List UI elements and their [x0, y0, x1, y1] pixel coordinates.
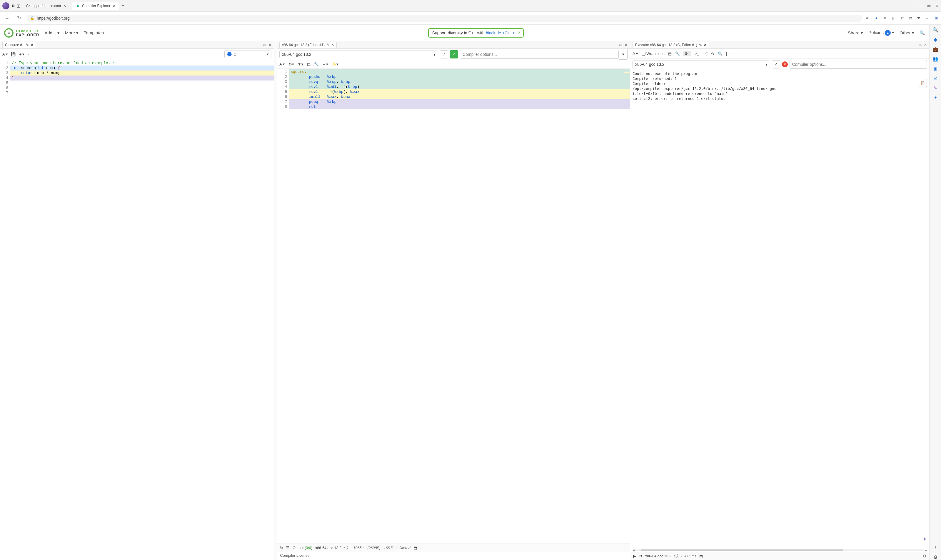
split-icon[interactable]: ◫ — [892, 16, 895, 20]
favorites-bar-icon[interactable]: ✩ — [901, 16, 904, 20]
settings-icon[interactable]: ⚙ — [923, 554, 926, 558]
pencil-icon[interactable]: ✎ — [26, 43, 29, 47]
play-icon[interactable]: ▶ — [633, 554, 636, 558]
refresh-icon[interactable]: ↻ — [639, 554, 642, 558]
chart-icon[interactable]: ⬒ — [413, 546, 417, 550]
sidebar-app-4[interactable]: ✎ — [933, 85, 937, 91]
refresh-icon[interactable]: ↻ — [280, 546, 283, 550]
compiler-options-input[interactable] — [460, 50, 619, 59]
more-icon[interactable]: ⋯ — [926, 16, 930, 20]
executor-tab[interactable]: Executor x86-64 gcc 13.2 (C, Editor #1) … — [632, 42, 709, 48]
tab-actions-icon[interactable]: ◫ — [17, 3, 20, 8]
add-sidebar-icon[interactable]: ＋ — [933, 544, 938, 550]
executor-output[interactable]: 📋 Could not execute the programCompiler … — [630, 70, 929, 549]
output-label[interactable]: Output (0/0) — [293, 546, 312, 550]
window-maximize[interactable]: ▭ — [927, 3, 931, 8]
add-button[interactable]: ＋▾ — [19, 52, 25, 57]
wrap-lines-toggle[interactable]: Wrap lines — [642, 51, 665, 56]
font-button[interactable]: A ▾ — [279, 62, 285, 66]
extensions-icon[interactable]: ✴ — [883, 16, 887, 20]
pencil-icon[interactable]: ✎ — [699, 43, 702, 47]
source-tab[interactable]: C source #1 ✎ ✕ — [2, 42, 36, 48]
browser-tab-1[interactable]: ◆ Compiler Explorer ✕ — [72, 2, 119, 10]
menu-more[interactable]: More ▾ — [65, 30, 79, 35]
menu-add[interactable]: Add... ▾ — [45, 30, 60, 35]
close-icon[interactable]: ✕ — [113, 4, 116, 8]
source-editor[interactable]: 1234567 /* Type your code here, or load … — [0, 60, 274, 560]
popout-button[interactable]: ↗ — [772, 60, 780, 68]
args-button[interactable]: →] — [703, 51, 708, 56]
close-icon[interactable]: ✕ — [704, 43, 707, 47]
bars-icon[interactable]: ☰ — [286, 546, 290, 550]
sidebar-app-5[interactable]: ✈ — [933, 95, 937, 100]
browser-tab-0[interactable]: C⁺ cppreference.com ✕ — [23, 2, 70, 10]
briefcase-icon[interactable]: 💼 — [932, 46, 938, 52]
exec-compiler-select[interactable]: x86-64 gcc 13.2 ▾ — [632, 60, 770, 68]
search-icon[interactable]: 🔍 — [919, 30, 925, 35]
sponsor-banner[interactable]: Support diversity in C++ with #include <… — [428, 28, 524, 38]
stop-button[interactable]: ⊘ — [711, 51, 714, 56]
close-icon[interactable]: ✕ — [924, 43, 927, 47]
pencil-icon[interactable]: ✎ — [326, 43, 329, 47]
performance-icon[interactable]: ❤ — [917, 16, 920, 20]
close-icon[interactable]: ✕ — [331, 43, 334, 47]
horizontal-scrollbar[interactable]: ◀▶ — [630, 549, 929, 552]
asm-editor[interactable]: 12345678 square: pushq %rbp movq %rsp, %… — [277, 69, 630, 543]
refresh-button[interactable]: ↻ — [15, 15, 23, 21]
terminal-button[interactable]: >_ — [695, 51, 699, 56]
font-button[interactable]: A ▾ — [632, 51, 638, 56]
url-input[interactable]: 🔒 https://godbolt.org — [26, 15, 862, 22]
menu-other[interactable]: Other ▾ — [899, 30, 914, 35]
minimap[interactable] — [624, 69, 630, 543]
favorite-icon[interactable]: ★ — [875, 16, 878, 20]
copilot-icon[interactable]: ◉ — [935, 16, 938, 20]
close-icon[interactable]: ✕ — [625, 43, 628, 47]
wrench-button[interactable]: 🔧 — [675, 51, 680, 56]
chart-icon[interactable]: ⬒ — [699, 554, 703, 558]
options-dropdown[interactable]: ▾ — [619, 49, 628, 60]
compile-button[interactable]: ⚙₊ — [683, 51, 691, 56]
popout-button[interactable]: [→ — [726, 51, 731, 56]
search-icon[interactable]: 🔍 — [932, 27, 938, 32]
back-button[interactable]: ← — [3, 15, 11, 21]
close-icon[interactable]: ✕ — [31, 43, 34, 47]
info-icon[interactable]: ⓘ — [344, 545, 348, 550]
window-close[interactable]: ✕ — [935, 3, 939, 8]
vim-button[interactable]: 𝘷 — [27, 52, 29, 57]
collections-icon[interactable]: ⧉ — [909, 16, 912, 21]
sidebar-app-1[interactable]: ◆ — [934, 37, 937, 42]
maximize-icon[interactable]: ▭ — [619, 43, 622, 47]
menu-share[interactable]: Share ▾ — [848, 30, 863, 35]
close-icon[interactable]: ✕ — [63, 4, 66, 8]
libraries-button[interactable]: ▤ — [668, 51, 672, 56]
compiler-select[interactable]: x86-64 gcc 13.2 ▾ — [279, 51, 438, 58]
menu-policies[interactable]: Policies ▲ ▾ — [868, 30, 894, 36]
save-button[interactable]: 💾 — [11, 52, 15, 56]
font-button[interactable]: A ▾ — [2, 52, 8, 56]
license-bar[interactable]: Compiler License — [277, 552, 630, 560]
info-icon[interactable]: ⓘ — [674, 554, 678, 558]
gear-button[interactable]: ⚙▾ — [288, 62, 294, 66]
read-aloud-icon[interactable]: A⁾ — [866, 16, 869, 20]
zoom-button[interactable]: 🔍 — [718, 51, 722, 56]
maximize-icon[interactable]: ▭ — [918, 43, 922, 47]
sidebar-app-3[interactable]: ◉ — [933, 66, 938, 71]
brand[interactable]: COMPILER EXPLORER — [4, 28, 39, 38]
menu-templates[interactable]: Templates — [84, 30, 104, 35]
close-icon[interactable]: ✕ — [518, 31, 521, 35]
new-tab-button[interactable]: + — [122, 3, 125, 9]
sparkle-icon[interactable]: ✦ — [922, 536, 927, 542]
sidebar-app-2[interactable]: 👥 — [932, 56, 938, 62]
resize-handle[interactable]: ⋮ — [274, 41, 277, 560]
wrench-button[interactable]: 🔧 — [314, 62, 319, 66]
compiler-tab[interactable]: x86-64 gcc 13.2 (Editor #1) ✎ ✕ — [279, 42, 337, 48]
close-icon[interactable]: ✕ — [268, 43, 272, 47]
sidebar-settings-icon[interactable]: ⚙ — [933, 554, 938, 560]
outlook-icon[interactable]: ✉ — [933, 75, 937, 81]
exec-options-input[interactable] — [790, 60, 927, 69]
maximize-icon[interactable]: ▭ — [263, 43, 266, 47]
window-minimize[interactable]: — — [919, 3, 922, 8]
wand-button[interactable]: ✨▾ — [332, 62, 338, 66]
profile-avatar[interactable] — [2, 2, 9, 9]
popout-button[interactable]: ↗ — [440, 50, 448, 58]
